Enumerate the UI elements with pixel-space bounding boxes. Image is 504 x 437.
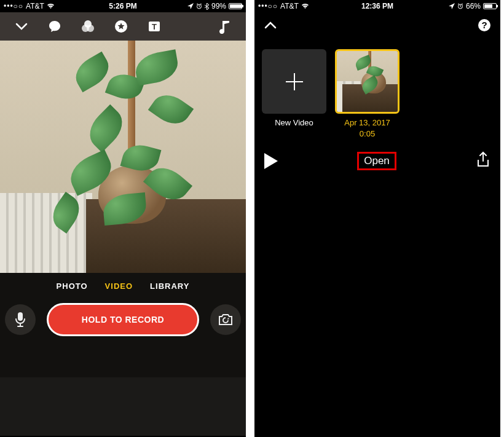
location-icon	[449, 3, 455, 9]
plus-icon	[282, 69, 307, 94]
alarm-icon	[457, 3, 463, 9]
live-title-icon[interactable]	[47, 19, 62, 34]
chevron-down-icon[interactable]	[15, 20, 28, 33]
wifi-icon	[301, 3, 309, 9]
clip-tray	[0, 377, 246, 436]
status-bar: •••○○ AT&T 5:26 PM 99%	[0, 0, 246, 12]
effects-toolbar: T	[0, 12, 246, 41]
projects-toolbar: ?	[254, 12, 500, 41]
open-button[interactable]: Open	[357, 152, 396, 170]
battery-icon	[483, 3, 497, 9]
svg-rect-7	[18, 312, 23, 321]
mode-photo[interactable]: PHOTO	[57, 281, 88, 291]
svg-point-3	[87, 25, 94, 32]
project-tile[interactable]: Apr 13, 2017 0:05	[335, 49, 400, 139]
location-icon	[187, 3, 194, 9]
filters-icon[interactable]	[80, 18, 96, 34]
project-date-label: Apr 13, 2017 0:05	[344, 117, 390, 139]
clips-projects-screen: •••○○ AT&T 12:36 PM 66% ? New Video	[254, 0, 500, 437]
wifi-icon	[47, 3, 55, 9]
svg-text:T: T	[152, 22, 157, 31]
projects-row: New Video Apr 13, 2017 0:05	[254, 41, 500, 144]
mode-library[interactable]: LIBRARY	[150, 281, 189, 291]
new-video-tile[interactable]: New Video	[262, 49, 326, 139]
new-video-label: New Video	[275, 117, 313, 128]
mode-selector: PHOTO VIDEO LIBRARY	[0, 273, 246, 291]
microphone-button[interactable]	[5, 304, 36, 335]
music-icon[interactable]	[218, 19, 230, 34]
flip-camera-button[interactable]	[210, 304, 241, 335]
carrier-label: AT&T	[26, 2, 44, 10]
project-duration-label: 0:05	[360, 129, 375, 138]
text-overlay-icon[interactable]: T	[148, 20, 161, 33]
chevron-up-icon[interactable]	[263, 18, 278, 35]
signal-dots-icon: •••○○	[4, 2, 23, 10]
hold-to-record-button[interactable]: HOLD TO RECORD	[47, 303, 199, 336]
project-footer: Open	[254, 144, 500, 178]
carrier-label: AT&T	[280, 2, 299, 10]
signal-dots-icon: •••○○	[258, 2, 278, 10]
svg-text:?: ?	[481, 20, 487, 30]
alarm-icon	[196, 3, 202, 9]
play-icon[interactable]	[264, 153, 278, 169]
battery-pct-label: 99%	[211, 2, 226, 10]
capture-panel: PHOTO VIDEO LIBRARY HOLD TO RECORD	[0, 273, 246, 377]
status-bar: •••○○ AT&T 12:36 PM 66%	[254, 0, 500, 12]
stickers-icon[interactable]	[114, 19, 128, 34]
mode-video[interactable]: VIDEO	[105, 281, 133, 291]
camera-viewfinder	[0, 41, 246, 273]
clips-capture-screen: •••○○ AT&T 5:26 PM 99% T	[0, 0, 246, 437]
bluetooth-icon	[205, 3, 209, 10]
battery-icon	[229, 3, 242, 9]
help-icon[interactable]: ?	[477, 18, 492, 35]
share-icon[interactable]	[476, 151, 490, 171]
battery-pct-label: 66%	[466, 2, 481, 10]
